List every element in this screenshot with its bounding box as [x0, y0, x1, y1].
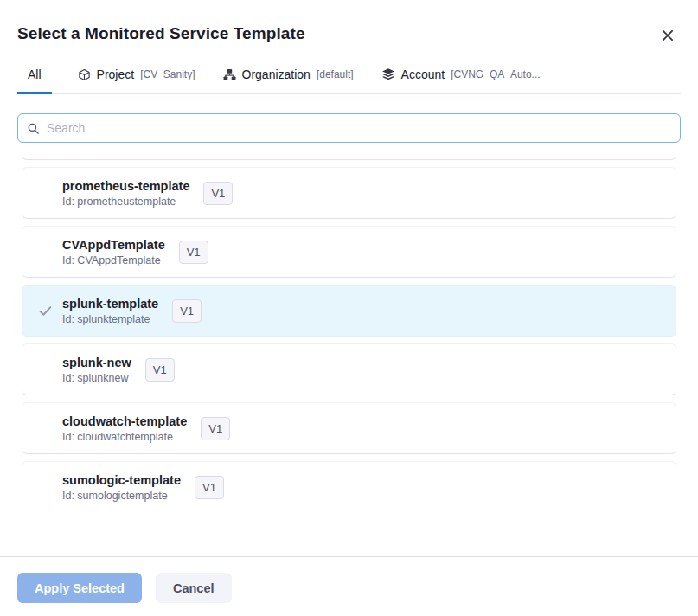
modal-header: Select a Monitored Service Template — [0, 0, 698, 45]
template-id: Id: prometheustemplate — [62, 196, 189, 208]
list-item[interactable]: cloudwatch-template Id: cloudwatchtempla… — [22, 402, 676, 454]
template-text: splunk-template Id: splunktemplate — [62, 297, 158, 325]
template-text: prometheus-template Id: prometheustempla… — [62, 179, 189, 208]
version-badge: V1 — [145, 358, 175, 382]
search-box — [17, 113, 681, 143]
tab-account-label: Account — [401, 67, 445, 81]
layers-icon — [381, 67, 395, 81]
tab-project-label: Project — [97, 67, 135, 81]
scope-tab-bar: All Project [CV_Sanity] — [17, 67, 681, 94]
template-id: Id: CVAppdTemplate — [62, 254, 165, 266]
template-id: Id: cloudwatchtemplate — [62, 431, 187, 443]
sitemap-icon — [223, 68, 236, 81]
template-name: prometheus-template — [62, 179, 189, 193]
version-badge: V1 — [172, 299, 202, 323]
template-text: sumologic-template Id: sumologictemplate — [62, 473, 181, 502]
template-id: Id: sumologictemplate — [62, 490, 181, 502]
template-name: CVAppdTemplate — [62, 238, 165, 252]
version-badge: V1 — [203, 182, 233, 205]
list-item[interactable]: CVAppdTemplate Id: CVAppdTemplate V1 — [22, 226, 676, 278]
template-text: splunk-new Id: splunknew — [62, 356, 131, 384]
list-item[interactable]: prometheus-template Id: prometheustempla… — [22, 167, 676, 219]
tab-organization[interactable]: Organization [default] — [221, 67, 355, 94]
list-item[interactable]: splunk-new Id: splunknew V1 — [22, 343, 676, 395]
template-text: CVAppdTemplate Id: CVAppdTemplate — [62, 238, 165, 266]
tab-all-label: All — [28, 67, 42, 81]
apply-selected-button[interactable]: Apply Selected — [17, 573, 142, 603]
tab-project-scope: [CV_Sanity] — [140, 68, 195, 80]
template-name: splunk-new — [62, 356, 131, 369]
template-name: splunk-template — [62, 297, 158, 311]
tab-organization-label: Organization — [242, 67, 311, 81]
search-icon — [27, 122, 40, 135]
template-name: cloudwatch-template — [62, 414, 187, 428]
list-item[interactable]: splunk-template Id: splunktemplate V1 — [22, 285, 676, 337]
template-id: Id: splunktemplate — [62, 313, 158, 325]
version-badge: V1 — [195, 476, 224, 499]
check-icon — [33, 304, 62, 318]
version-badge: V1 — [179, 241, 208, 264]
modal-footer: Apply Selected Cancel — [0, 556, 698, 616]
template-text: cloudwatch-template Id: cloudwatchtempla… — [62, 414, 187, 443]
tab-account-scope: [CVNG_QA_Auto... — [451, 68, 540, 80]
tab-account[interactable]: Account [CVNG_QA_Auto... — [380, 67, 542, 94]
cube-icon — [78, 68, 91, 81]
version-badge: V1 — [201, 417, 230, 440]
list-item[interactable]: sumologic-template Id: sumologictemplate… — [22, 461, 676, 507]
tab-organization-scope: [default] — [317, 68, 354, 80]
template-name: sumologic-template — [62, 473, 181, 487]
template-id: Id: splunknew — [62, 372, 131, 384]
tab-all[interactable]: All — [17, 67, 52, 94]
page-title: Select a Monitored Service Template — [17, 24, 305, 43]
template-select-modal: Select a Monitored Service Template All … — [0, 0, 698, 616]
close-icon[interactable] — [658, 26, 677, 45]
scrolled-row-remnant — [22, 150, 676, 160]
cancel-button[interactable]: Cancel — [156, 573, 232, 603]
tab-project[interactable]: Project [CV_Sanity] — [76, 67, 197, 94]
search-input[interactable] — [47, 114, 671, 142]
template-list: prometheus-template Id: prometheustempla… — [17, 150, 681, 507]
